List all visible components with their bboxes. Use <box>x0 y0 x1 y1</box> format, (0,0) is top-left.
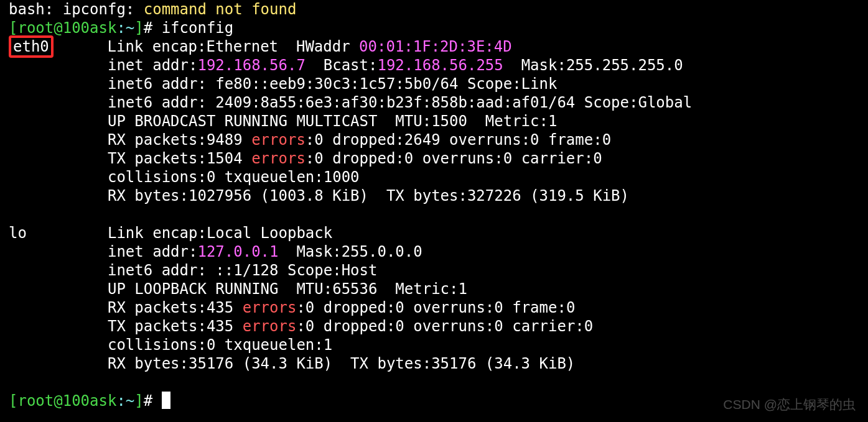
prompt-line-2[interactable]: [root@100ask:~]# <box>9 392 170 410</box>
prompt-line-1: [root@100ask:~]# ifconfig <box>9 19 233 37</box>
eth0-highlight: eth0 <box>9 35 54 58</box>
cursor[interactable] <box>162 392 170 409</box>
watermark: CSDN @恋上钢琴的虫 <box>723 396 856 413</box>
iface-eth0-header: eth0 Link encap:Ethernet HWaddr 00:01:1F… <box>9 35 512 58</box>
bash-line: bash: ipconfg: command not found <box>9 1 296 18</box>
command: ifconfig <box>162 19 234 37</box>
iface-lo-header: lo Link encap:Local Loopback <box>9 224 332 242</box>
terminal-output: bash: ipconfg: command not found [root@1… <box>0 0 868 410</box>
